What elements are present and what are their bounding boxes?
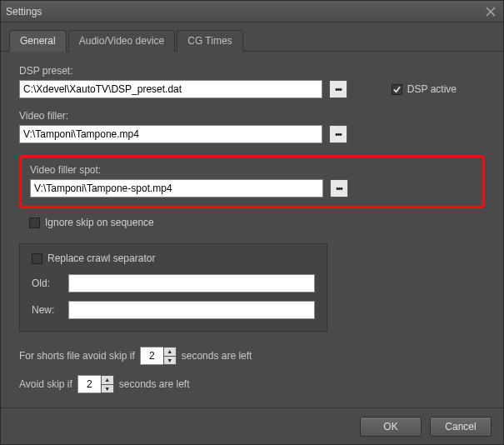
chevron-up-icon[interactable]: ▲ [163, 347, 177, 356]
tab-general[interactable]: General [9, 30, 67, 52]
replace-crawl-checkbox[interactable]: Replace crawl separator [32, 252, 155, 264]
tab-strip: General Audio/Video device CG Times [1, 22, 503, 52]
window-title: Settings [6, 6, 483, 18]
tab-audio-video[interactable]: Audio/Video device [68, 30, 176, 52]
video-filler-spot-browse-button[interactable]: ••• [330, 179, 348, 198]
old-label: Old: [32, 278, 60, 289]
dsp-active-label: DSP active [407, 83, 457, 95]
avoid-value-input[interactable] [77, 375, 101, 393]
video-filler-spot-label: Video filler spot: [30, 164, 474, 176]
replace-crawl-group: Replace crawl separator Old: New: [19, 243, 327, 332]
titlebar: Settings [1, 1, 503, 22]
old-input[interactable] [68, 274, 315, 292]
video-filler-input[interactable] [19, 125, 322, 143]
cancel-button[interactable]: Cancel [430, 417, 492, 437]
chevron-down-icon[interactable]: ▼ [163, 356, 177, 366]
dsp-preset-label: DSP preset: [19, 65, 485, 77]
new-label: New: [32, 304, 60, 316]
dsp-preset-input[interactable] [19, 80, 322, 98]
tab-panel-general: DSP preset: ••• DSP active Video filler:… [1, 52, 503, 408]
chevron-down-icon[interactable]: ▼ [101, 384, 114, 394]
dialog-footer: OK Cancel [1, 408, 503, 444]
shorts-suffix: seconds are left [182, 350, 252, 362]
checkbox-icon [32, 253, 42, 264]
dsp-preset-browse-button[interactable]: ••• [329, 80, 347, 98]
ignore-skip-checkbox[interactable]: Ignore skip on sequence [29, 217, 485, 228]
shorts-spinner[interactable]: ▲ ▼ [140, 347, 177, 365]
checkbox-icon [29, 218, 40, 228]
dsp-active-checkbox[interactable]: DSP active [392, 83, 457, 95]
ok-button[interactable]: OK [360, 417, 422, 437]
ignore-skip-label: Ignore skip on sequence [45, 217, 154, 228]
replace-crawl-title: Replace crawl separator [47, 252, 155, 264]
close-icon[interactable] [483, 4, 498, 19]
new-input[interactable] [68, 301, 315, 319]
video-filler-browse-button[interactable]: ••• [329, 125, 347, 143]
avoid-prefix: Avoid skip if [19, 378, 72, 390]
checkbox-icon [392, 84, 402, 95]
video-filler-spot-input[interactable] [30, 179, 323, 198]
shorts-value-input[interactable] [140, 347, 163, 365]
avoid-suffix: seconds are left [119, 378, 190, 390]
avoid-skip-row: Avoid skip if ▲ ▼ seconds are left [19, 375, 485, 393]
video-filler-label: Video filler: [19, 110, 485, 122]
tab-cg-times[interactable]: CG Times [177, 30, 242, 52]
shorts-skip-row: For shorts file avoid skip if ▲ ▼ second… [19, 347, 485, 365]
settings-window: Settings General Audio/Video device CG T… [0, 0, 504, 445]
video-filler-spot-highlight: Video filler spot: ••• [19, 155, 485, 208]
chevron-up-icon[interactable]: ▲ [101, 375, 114, 384]
shorts-prefix: For shorts file avoid skip if [19, 350, 135, 362]
avoid-spinner[interactable]: ▲ ▼ [77, 375, 114, 393]
